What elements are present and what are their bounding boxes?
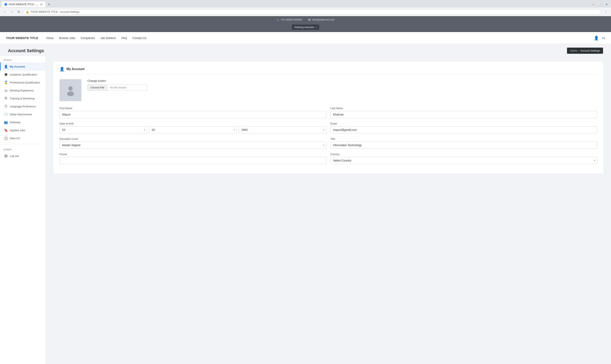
nav-job-seekers[interactable]: Job Seekers [100,36,116,40]
forward-button[interactable]: → [9,9,15,14]
avatar-upload: Change Avator Choose File No file chosen [87,79,147,91]
last-name-label: Last Name [330,107,597,110]
sidebar-applied-jobs-label: Applied Jobs [10,129,25,132]
active-tab[interactable]: YOUR WEBSITE TITLE - Accou... ✕ [1,1,45,7]
email-text: info@jobportal.com [312,18,334,21]
education-select[interactable]: High School Bachelor Degree Master Degre… [60,142,326,149]
dob-month-wrapper: 03 01020405 ▾ [149,126,237,133]
choose-file-button[interactable]: Choose File [88,85,107,91]
top-bar: +01 00000 000000 info@jobportal.com [0,16,611,23]
sidebar-item-referees[interactable]: 👥 Referees [0,118,46,126]
nav-faq[interactable]: FAQ [121,36,127,40]
navbar-brand: YOUR WEBSITE TITLE [6,36,38,40]
sidebar-item-view-cv[interactable]: 📋 View CV [0,134,46,142]
breadcrumb-current: Account Settings [580,49,600,52]
title-label: Title [330,137,597,140]
sidebar-item-logout[interactable]: ⏻ Log out [0,152,46,160]
sidebar-item-attachments[interactable]: 📄 Other Attachments [0,110,46,118]
phone-group: Phone [60,153,326,164]
logout-icon-button[interactable]: ↪ [602,36,605,40]
change-avatar-label: Change Avator [87,79,147,82]
reload-button[interactable]: ↻ [16,9,21,14]
breadcrumb-home[interactable]: Home [570,49,577,52]
sidebar-start-label2: Start [0,145,46,152]
avatar-placeholder [60,79,81,101]
first-name-input[interactable] [60,111,326,118]
logout-icon: ⏻ [4,154,8,158]
phone-country-row: Phone Country Select Country Australia U… [60,153,597,164]
email-label: Email [330,122,597,125]
dropdown-arrow: ▾ [315,26,316,28]
sidebar-item-training[interactable]: 🗓 Training & Workshop [0,94,46,102]
browser-menu-button[interactable]: ⋮ [603,9,609,15]
new-tab-button[interactable]: + [46,2,52,7]
sidebar-item-working[interactable]: 🗂 Working Experience [0,86,46,94]
sidebar-language-label: Language Proficiency [10,105,36,108]
title-input[interactable] [330,142,597,149]
nav-companies[interactable]: Companies [81,36,95,40]
sidebar-item-professional[interactable]: 🏅 Professional Qualification [0,78,46,86]
dob-month-select[interactable]: 03 01020405 [149,126,237,133]
avatar-section: Change Avator Choose File No file chosen [60,79,597,101]
address-icon: 🔒 [26,10,29,13]
sidebar-logout-label: Log out [10,155,19,157]
back-button[interactable]: ← [2,9,8,14]
sidebar-view-cv-label: View CV [10,137,20,140]
phone-input[interactable] [60,157,326,164]
sidebar-referees-label: Referees [10,121,21,124]
attachments-icon: 📄 [4,113,8,116]
content-area: 👤 My Account Change Avator Choose File N… [46,56,611,364]
education-label: Education Level [60,137,326,140]
maximize-button[interactable]: ⬜ [597,2,603,6]
navbar-actions: 👤 ↪ [594,36,605,40]
working-icon: 🗂 [4,89,8,92]
tab-bar: YOUR WEBSITE TITLE - Accou... ✕ + ─ ⬜ ✕ [0,0,611,7]
training-icon: 🗓 [4,97,8,100]
first-name-label: First Name [60,107,326,110]
dob-day-select[interactable]: 03 01020405 [60,126,147,133]
file-input-wrapper: Choose File No file chosen [87,84,147,91]
navbar-links: Home Browse Jobs Companies Job Seekers F… [46,36,594,40]
dob-year-select[interactable]: 1993 1990199119921994 [239,126,326,133]
country-select-wrapper: Select Country Australia United States U… [330,157,597,164]
sidebar-attachments-label: Other Attachments [10,113,32,116]
country-group: Country Select Country Australia United … [330,153,597,164]
sidebar-divider [0,144,46,144]
title-group: Title [330,137,597,149]
sidebar-item-academic[interactable]: 🎓 Academic Qualification [0,70,46,78]
sidebar-my-account-label: My Account [10,65,25,68]
dob-email-row: Date of birth 03 01020405 ▾ 03 [60,122,597,133]
email-icon [308,18,311,21]
address-bar[interactable]: 🔒 YOUR WEBSITE TITLE - Account Settings [23,9,601,14]
phone-label: Phone [60,153,326,156]
tab-close-button[interactable]: ✕ [40,3,43,6]
browser-controls: ← → ↻ 🔒 YOUR WEBSITE TITLE - Account Set… [0,7,611,16]
account-header-icon: 👤 [60,67,65,71]
sidebar-training-label: Training & Workshop [10,97,35,100]
account-icon-button[interactable]: 👤 [594,36,599,40]
country-select[interactable]: Select Country Australia United States U… [330,157,597,164]
minimize-button[interactable]: ─ [590,2,596,6]
url-text: YOUR WEBSITE TITLE - Account Settings [30,10,598,13]
page-title: Account Settings [8,48,44,53]
sidebar-item-language[interactable]: 🗒 Language Proficiency [0,102,46,110]
dob-day-wrapper: 03 01020405 ▾ [60,126,147,133]
last-name-input[interactable] [330,111,597,118]
sidebar-item-applied-jobs[interactable]: 🔖 Applied Jobs [0,126,46,134]
phone-text: +01 00000 000000 [280,18,302,21]
nav-contact[interactable]: Contact Us [133,36,146,40]
nav-browse-jobs[interactable]: Browse Jobs [59,36,75,40]
breadcrumb-separator: › [578,49,579,52]
referees-icon: 👥 [4,120,8,124]
nav-home[interactable]: Home [46,36,53,40]
first-name-group: First Name [60,107,326,118]
view-cv-icon: 📋 [4,136,8,140]
sidebar-item-my-account[interactable]: 👤 My Account [0,63,46,70]
language-dropdown[interactable]: Nothing selected ▾ [292,24,319,30]
education-select-wrapper: High School Bachelor Degree Master Degre… [60,142,326,149]
close-button[interactable]: ✕ [604,2,610,6]
email-input[interactable] [330,126,597,133]
svg-point-0 [68,86,73,91]
email-group: Email [330,122,597,133]
sidebar-academic-label: Academic Qualification [10,73,37,76]
